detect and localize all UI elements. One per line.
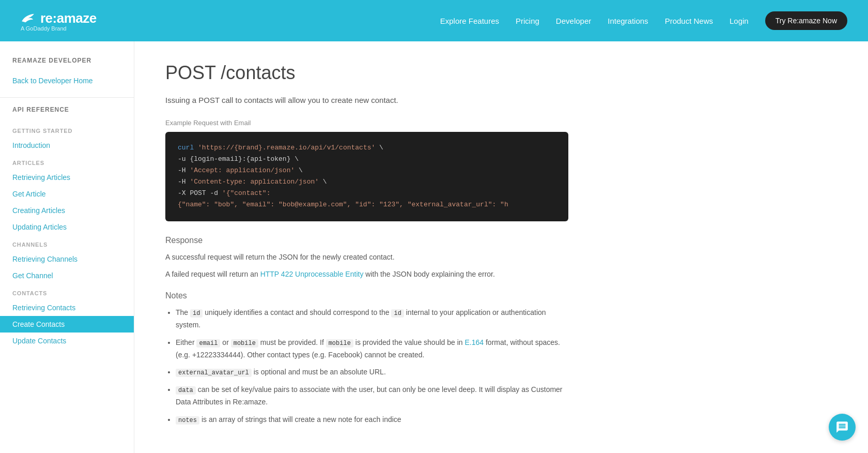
sidebar-divider [0,97,134,98]
chat-bubble[interactable] [829,414,856,441]
sidebar-retrieving-contacts[interactable]: Retrieving Contacts [0,299,134,316]
logo: re:amaze A GoDaddy Brand [21,10,97,32]
sidebar: REAMAZE DEVELOPER Back to Developer Home… [0,41,134,453]
note-email-code: email [196,339,220,348]
example-label: Example Request with Email [165,119,568,127]
sidebar-introduction[interactable]: Introduction [0,137,134,154]
sidebar-title: REAMAZE DEVELOPER [0,57,134,72]
nav-developer[interactable]: Developer [556,17,591,25]
response-text-success: A successful request will return the JSO… [165,251,568,264]
note-notes: notes is an array of strings that will c… [176,414,568,426]
section-articles: ARTICLES [0,154,134,169]
api-ref-label: API REFERENCE [0,106,134,122]
section-getting-started: GETTING STARTED [0,122,134,137]
nav-pricing[interactable]: Pricing [516,17,539,25]
section-channels: CHANNELS [0,235,134,251]
note-mobile-code2: mobile [326,339,353,348]
note-mobile-code: mobile [231,339,258,348]
sidebar-get-channel[interactable]: Get Channel [0,267,134,284]
sidebar-updating-articles[interactable]: Updating Articles [0,219,134,235]
logo-bird-icon [21,13,35,23]
page-title: POST /contacts [165,62,568,84]
nav-product-news[interactable]: Product News [665,17,713,25]
notes-list: The id uniquely identifies a contact and… [165,307,568,426]
logo-text: re:amaze [40,10,97,26]
nav-integrations[interactable]: Integrations [608,17,648,25]
response-text-fail: A failed request will return an HTTP 422… [165,268,568,281]
e164-link[interactable]: E.164 [464,338,484,346]
note-data-code: data [176,386,196,395]
response-fail-pre: A failed request will return an [165,270,260,278]
main-content: POST /contacts Issuing a POST call to co… [134,41,599,453]
note-id: The id uniquely identifies a contact and… [176,307,568,331]
response-fail-post: with the JSON body explaining the error. [363,270,494,278]
sidebar-get-article[interactable]: Get Article [0,186,134,202]
note-id-code2: id [391,309,404,318]
main-nav: Explore Features Pricing Developer Integ… [440,11,847,30]
note-avatar: external_avatar_url is optional and must… [176,366,568,379]
sidebar-create-contacts[interactable]: Create Contacts [0,316,134,333]
sidebar-retrieving-articles[interactable]: Retrieving Articles [0,169,134,186]
try-reamaze-button[interactable]: Try Re:amaze Now [765,11,847,30]
intro-text: Issuing a POST call to contacts will all… [165,94,568,107]
page-container: REAMAZE DEVELOPER Back to Developer Home… [0,41,868,453]
sidebar-retrieving-channels[interactable]: Retrieving Channels [0,251,134,267]
note-id-code1: id [190,309,203,318]
http-422-link[interactable]: HTTP 422 Unprocessable Entity [260,270,364,278]
sidebar-update-contacts[interactable]: Update Contacts [0,333,134,349]
response-title: Response [165,236,568,245]
code-url: 'https://{brand}.reamaze.io/api/v1/conta… [198,144,375,152]
chat-icon [835,420,849,434]
logo-sub: A GoDaddy Brand [21,25,67,32]
notes-title: Notes [165,291,568,300]
note-data: data can be set of key/value pairs to as… [176,384,568,409]
note-avatar-code: external_avatar_url [176,369,252,377]
nav-explore[interactable]: Explore Features [440,17,499,25]
nav-login[interactable]: Login [730,17,749,25]
sidebar-back-link[interactable]: Back to Developer Home [0,72,134,89]
site-header: re:amaze A GoDaddy Brand Explore Feature… [0,0,868,41]
section-contacts: CONTACTS [0,284,134,299]
note-notes-code: notes [176,416,199,425]
code-block: curl 'https://{brand}.reamaze.io/api/v1/… [165,132,568,221]
sidebar-creating-articles[interactable]: Creating Articles [0,202,134,219]
note-email-mobile: Either email or mobile must be provided.… [176,337,568,361]
